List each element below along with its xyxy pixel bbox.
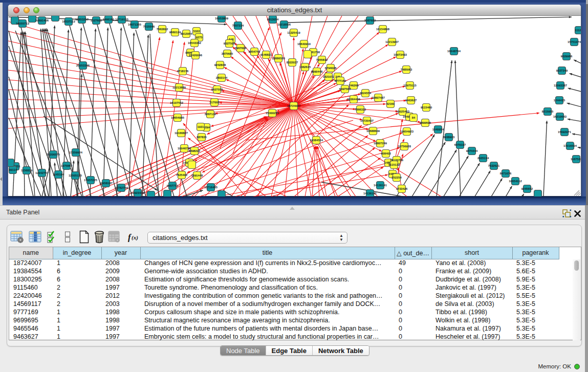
- svg-text:16107552: 16107552: [170, 101, 183, 104]
- svg-text:62160: 62160: [386, 102, 395, 105]
- svg-text:16671355: 16671355: [128, 23, 142, 26]
- svg-text:3267130: 3267130: [205, 113, 216, 116]
- svg-text:14136141: 14136141: [363, 192, 377, 195]
- svg-text:19218506: 19218506: [277, 23, 291, 26]
- svg-text:20691406: 20691406: [35, 19, 49, 22]
- svg-text:10958187: 10958187: [99, 182, 113, 185]
- svg-text:10973493: 10973493: [394, 53, 407, 56]
- svg-text:17957225: 17957225: [84, 179, 98, 182]
- svg-text:20206575: 20206575: [47, 153, 60, 156]
- svg-text:11325419: 11325419: [287, 31, 300, 34]
- svg-text:1156819: 1156819: [21, 169, 33, 172]
- svg-text:16210643: 16210643: [553, 115, 567, 118]
- svg-text:908403: 908403: [381, 152, 391, 155]
- svg-text:(x): (x): [132, 234, 138, 241]
- svg-text:10807487: 10807487: [372, 96, 385, 99]
- svg-text:6794028: 6794028: [325, 67, 337, 70]
- svg-text:18537113: 18537113: [62, 20, 75, 23]
- svg-text:16543382: 16543382: [188, 41, 201, 45]
- svg-text:9463627: 9463627: [405, 99, 417, 102]
- svg-text:9474444: 9474444: [466, 149, 478, 152]
- svg-text:1640954: 1640954: [432, 128, 444, 131]
- svg-text:9115460: 9115460: [421, 106, 432, 109]
- svg-text:7663822: 7663822: [157, 28, 168, 31]
- svg-text:1244415: 1244415: [554, 99, 565, 102]
- svg-text:746266: 746266: [349, 84, 359, 87]
- svg-text:12213889: 12213889: [172, 86, 186, 89]
- svg-text:19166827: 19166827: [175, 132, 188, 135]
- svg-text:1975867: 1975867: [61, 164, 73, 167]
- svg-text:9242848: 9242848: [214, 63, 226, 67]
- svg-text:10025463: 10025463: [396, 110, 410, 113]
- svg-text:12942757: 12942757: [35, 171, 49, 174]
- svg-text:7866322: 7866322: [355, 108, 366, 111]
- svg-text:18640910: 18640910: [297, 42, 311, 46]
- svg-text:15300275: 15300275: [266, 112, 279, 115]
- svg-text:9275: 9275: [196, 36, 203, 39]
- svg-text:1621072: 1621072: [323, 75, 335, 78]
- svg-text:9777169: 9777169: [335, 79, 346, 82]
- svg-text:19654985: 19654985: [171, 116, 185, 119]
- svg-text:8498222: 8498222: [189, 149, 201, 152]
- svg-text:12923448: 12923448: [131, 191, 145, 194]
- svg-text:10654112: 10654112: [509, 180, 521, 183]
- svg-text:9327505: 9327505: [224, 42, 235, 45]
- svg-text:6466160: 6466160: [103, 18, 115, 21]
- svg-text:1167533: 1167533: [571, 158, 581, 161]
- svg-text:3624554: 3624554: [360, 92, 372, 95]
- svg-text:18724007: 18724007: [287, 104, 300, 107]
- svg-text:16053809: 16053809: [215, 17, 229, 20]
- svg-text:9329966: 9329966: [561, 55, 573, 58]
- svg-text:15751074: 15751074: [568, 40, 581, 43]
- svg-text:12213967: 12213967: [385, 40, 399, 43]
- svg-text:7632621: 7632621: [488, 164, 500, 167]
- svg-text:887835: 887835: [197, 136, 207, 139]
- svg-text:6497568: 6497568: [339, 87, 351, 91]
- svg-text:19384554: 19384554: [310, 139, 323, 142]
- svg-text:8427552: 8427552: [211, 88, 223, 91]
- svg-text:1931: 1931: [198, 125, 205, 128]
- svg-text:7515546: 7515546: [143, 25, 155, 28]
- svg-text:16782759: 16782759: [115, 186, 128, 189]
- svg-text:9146821: 9146821: [260, 53, 272, 56]
- svg-text:39114: 39114: [9, 168, 17, 171]
- svg-text:1145194: 1145194: [53, 173, 64, 176]
- svg-text:6479197: 6479197: [454, 143, 466, 146]
- svg-text:2967608: 2967608: [235, 47, 247, 50]
- svg-text:7857234: 7857234: [232, 24, 244, 27]
- svg-text:7485063: 7485063: [401, 68, 412, 71]
- svg-text:12093387: 12093387: [554, 84, 567, 87]
- svg-text:12505135: 12505135: [69, 174, 82, 177]
- svg-text:8322037: 8322037: [287, 61, 298, 64]
- svg-text:15692971: 15692971: [558, 130, 572, 134]
- svg-text:8813054: 8813054: [267, 18, 279, 21]
- svg-text:5322: 5322: [193, 30, 200, 33]
- svg-text:9227349: 9227349: [556, 69, 568, 72]
- svg-text:9245652: 9245652: [521, 187, 533, 190]
- svg-text:8912954: 8912954: [181, 32, 192, 35]
- svg-text:20364436: 20364436: [347, 98, 361, 101]
- svg-text:1362615: 1362615: [299, 65, 311, 69]
- svg-text:8215955: 8215955: [542, 110, 554, 113]
- svg-text:20053346: 20053346: [76, 64, 90, 67]
- svg-text:9115132: 9115132: [388, 163, 400, 166]
- svg-text:17359924: 17359924: [69, 151, 83, 154]
- svg-text:1691448: 1691448: [191, 174, 203, 177]
- svg-text:8454749: 8454749: [249, 50, 260, 53]
- svg-text:15716485: 15716485: [204, 186, 218, 189]
- svg-text:2935114: 2935114: [477, 157, 489, 160]
- svg-text:10688609: 10688609: [366, 129, 380, 133]
- svg-text:8938923: 8938923: [443, 136, 455, 139]
- svg-text:16055713: 16055713: [16, 22, 30, 25]
- svg-text:3875685: 3875685: [222, 52, 233, 55]
- svg-text:2803144: 2803144: [216, 76, 228, 79]
- svg-text:18807249: 18807249: [374, 142, 387, 145]
- svg-text:16154808: 16154808: [376, 28, 390, 31]
- svg-text:15886520: 15886520: [272, 57, 285, 60]
- svg-text:7955812: 7955812: [316, 58, 328, 61]
- svg-text:17016504: 17016504: [563, 144, 577, 147]
- svg-text:1527602: 1527602: [91, 19, 102, 22]
- svg-text:9457771: 9457771: [167, 184, 179, 187]
- svg-text:15720407: 15720407: [360, 119, 374, 122]
- svg-text:84: 84: [412, 116, 416, 119]
